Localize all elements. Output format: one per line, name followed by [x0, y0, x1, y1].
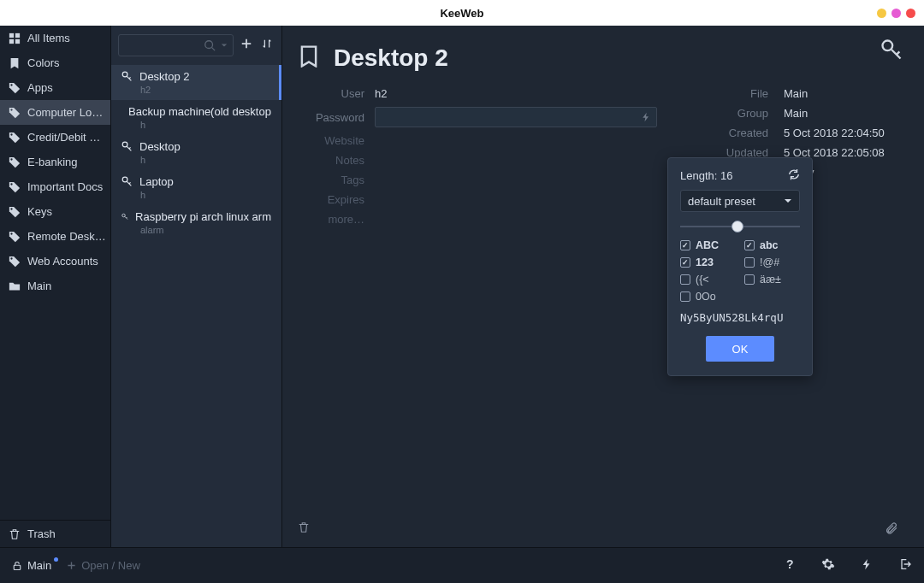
tags-label[interactable]: Tags	[298, 174, 375, 186]
sidebar-item-credit[interactable]: Credit/Debit …	[0, 125, 110, 150]
notes-label[interactable]: Notes	[298, 154, 375, 167]
gen-check-brackets[interactable]: ({<	[680, 274, 736, 286]
password-generator-popover: Length: 16 default preset ✓ABC ✓abc ✓123…	[667, 157, 813, 376]
bottom-bar: Main Open / New ?	[0, 547, 924, 583]
website-label[interactable]: Website	[298, 134, 375, 147]
db-tab-main[interactable]: Main	[12, 559, 51, 572]
svg-point-10	[10, 233, 12, 234]
sidebar-item-important-docs[interactable]: Important Docs	[0, 174, 110, 199]
sidebar: All Items Colors Apps Computer Lo… Credi…	[0, 26, 111, 547]
minimize-dot[interactable]	[877, 9, 886, 18]
gen-check-ambiguous[interactable]: 0Oo	[680, 291, 736, 303]
svg-point-11	[10, 257, 12, 259]
tag-icon	[9, 156, 21, 168]
sidebar-item-computer-logins[interactable]: Computer Lo…	[0, 100, 110, 125]
file-meta-value: Main	[784, 87, 895, 100]
tag-icon	[9, 132, 21, 144]
svg-point-16	[122, 177, 127, 182]
group-meta-label: Group	[714, 107, 768, 120]
auto-type-key-icon[interactable]	[880, 38, 903, 65]
add-button[interactable]	[239, 36, 254, 55]
refresh-icon[interactable]	[788, 168, 800, 183]
sidebar-item-main[interactable]: Main	[0, 274, 110, 298]
gen-check-upper[interactable]: ✓ABC	[680, 239, 736, 251]
tag-icon	[9, 256, 21, 268]
sidebar-item-colors[interactable]: Colors	[0, 50, 110, 75]
more-label[interactable]: more…	[298, 213, 375, 226]
sidebar-item-all[interactable]: All Items	[0, 26, 110, 50]
entry-sub-text: h	[140, 120, 271, 130]
key-icon	[121, 211, 128, 222]
sidebar-item-ebanking[interactable]: E-banking	[0, 150, 110, 174]
tag-icon	[9, 82, 21, 94]
trash-label: Trash	[27, 527, 56, 540]
entry-title-text: Raspberry pi arch linux arm	[135, 210, 271, 223]
tag-icon	[9, 181, 21, 193]
created-meta-label: Created	[714, 127, 768, 139]
sidebar-item-label: Remote Desk…	[27, 230, 106, 243]
sidebar-item-apps[interactable]: Apps	[0, 75, 110, 100]
entry-title-text: Laptop	[139, 175, 174, 188]
group-meta-value: Main	[784, 107, 895, 120]
chevron-down-icon	[221, 42, 228, 49]
grid-icon	[9, 32, 21, 44]
gen-preset-select[interactable]: default preset	[680, 190, 800, 212]
gen-check-diacritic[interactable]: äæ±	[744, 274, 800, 286]
help-button[interactable]: ?	[782, 557, 796, 574]
maximize-dot[interactable]	[891, 9, 901, 18]
sidebar-item-label: Colors	[27, 56, 60, 69]
chevron-down-icon	[784, 197, 792, 205]
bookmark-icon[interactable]	[298, 45, 320, 71]
open-new-button[interactable]: Open / New	[67, 559, 140, 572]
entry-item[interactable]: Desktop h	[111, 135, 281, 170]
window-controls	[877, 9, 915, 18]
svg-point-8	[10, 183, 12, 185]
password-label: Password	[298, 111, 375, 124]
sidebar-trash[interactable]: Trash	[0, 520, 110, 547]
entry-title-text: Desktop 2	[139, 70, 190, 83]
gen-check-special[interactable]: !@#	[744, 256, 800, 268]
bolt-icon[interactable]	[641, 112, 651, 122]
svg-rect-0	[9, 32, 14, 37]
lock-button[interactable]	[898, 557, 912, 574]
generator-button[interactable]	[861, 557, 873, 574]
sort-button[interactable]	[259, 36, 275, 55]
delete-entry-button[interactable]	[298, 521, 310, 539]
search-icon	[204, 39, 216, 51]
svg-rect-19	[14, 565, 21, 569]
entry-item[interactable]: Backup machine(old desktop) h	[111, 100, 281, 135]
svg-point-7	[10, 158, 12, 160]
entry-item[interactable]: Raspberry pi arch linux arm alarm	[111, 205, 281, 240]
svg-point-17	[122, 214, 126, 217]
gen-ok-button[interactable]: OK	[706, 336, 774, 362]
window-title: KeeWeb	[440, 7, 483, 20]
gen-length-slider[interactable]	[680, 221, 800, 233]
entry-item[interactable]: Laptop h	[111, 170, 281, 205]
tag-icon	[9, 231, 21, 243]
attach-file-button[interactable]	[885, 521, 898, 539]
unlock-icon	[12, 561, 22, 571]
gen-check-digits[interactable]: ✓123	[680, 256, 736, 268]
settings-button[interactable]	[821, 557, 835, 574]
entry-item[interactable]: Desktop 2 h2	[111, 65, 281, 100]
svg-point-18	[883, 41, 893, 51]
entry-title-text: Backup machine(old desktop)	[128, 105, 271, 118]
password-input[interactable]	[375, 107, 657, 127]
svg-rect-1	[15, 32, 20, 37]
gen-check-lower[interactable]: ✓abc	[744, 239, 800, 251]
entry-title[interactable]: Desktop 2	[334, 44, 448, 72]
user-value[interactable]: h2	[375, 87, 387, 100]
svg-point-9	[10, 208, 12, 209]
sidebar-item-remote-desk[interactable]: Remote Desk…	[0, 224, 110, 249]
search-input[interactable]	[118, 34, 234, 56]
svg-point-5	[10, 109, 12, 110]
sidebar-item-label: Main	[27, 280, 51, 292]
slider-thumb[interactable]	[732, 221, 743, 233]
sidebar-item-web-accounts[interactable]: Web Accounts	[0, 249, 110, 274]
gen-length-label: Length: 16	[680, 169, 732, 182]
expires-label[interactable]: Expires	[298, 193, 375, 206]
gear-icon	[821, 557, 835, 571]
sidebar-item-keys[interactable]: Keys	[0, 199, 110, 224]
plus-icon	[67, 561, 76, 570]
close-dot[interactable]	[906, 9, 915, 18]
